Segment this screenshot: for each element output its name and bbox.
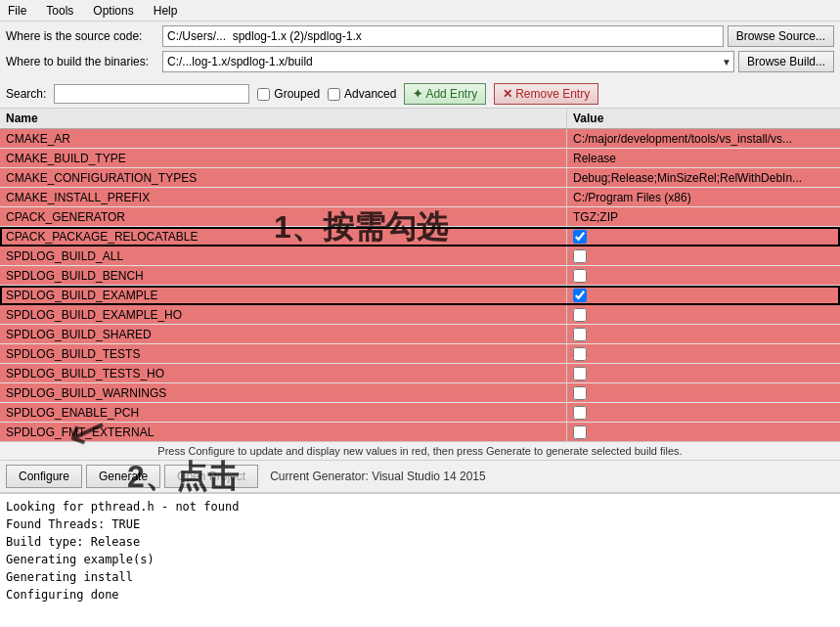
- cell-value-10[interactable]: [567, 325, 840, 343]
- log-area: Looking for pthread.h - not foundFound T…: [0, 493, 840, 627]
- cell-value-8[interactable]: [567, 286, 840, 304]
- table-row[interactable]: SPDLOG_BUILD_TESTS_HO: [0, 364, 840, 383]
- cell-checkbox-14[interactable]: [573, 406, 587, 420]
- build-row: Where to build the binaries: C:/...log-1…: [6, 51, 834, 72]
- cell-value-4: TGZ;ZIP: [567, 207, 840, 226]
- cell-checkbox-10[interactable]: [573, 328, 587, 341]
- cell-name-3: CMAKE_INSTALL_PREFIX: [0, 188, 567, 206]
- status-text: Press Configure to update and display ne…: [157, 445, 682, 457]
- browse-build-button[interactable]: Browse Build...: [738, 51, 834, 72]
- cell-name-10: SPDLOG_BUILD_SHARED: [0, 325, 567, 343]
- col-value-header: Value: [567, 109, 840, 128]
- menu-options[interactable]: Options: [89, 2, 137, 20]
- grouped-checkbox-group: Grouped: [257, 87, 320, 101]
- table-row[interactable]: SPDLOG_BUILD_SHARED: [0, 325, 840, 344]
- cell-value-11[interactable]: [567, 344, 840, 363]
- cell-value-5[interactable]: [567, 227, 840, 246]
- search-input[interactable]: [54, 84, 249, 104]
- cell-name-2: CMAKE_CONFIGURATION_TYPES: [0, 168, 567, 187]
- table-row[interactable]: SPDLOG_BUILD_TESTS: [0, 344, 840, 364]
- table-row[interactable]: SPDLOG_BUILD_EXAMPLE_HO: [0, 305, 840, 325]
- cell-name-9: SPDLOG_BUILD_EXAMPLE_HO: [0, 305, 567, 324]
- menu-file[interactable]: File: [4, 2, 30, 20]
- cell-value-13[interactable]: [567, 383, 840, 402]
- cell-name-5: CPACK_PACKAGE_RELOCATABLE: [0, 227, 567, 246]
- grouped-checkbox[interactable]: [257, 88, 270, 101]
- table-row[interactable]: CMAKE_INSTALL_PREFIXC:/Program Files (x8…: [0, 188, 840, 207]
- table-wrapper: Name Value CMAKE_ARC:/major/development/…: [0, 109, 840, 441]
- cell-name-11: SPDLOG_BUILD_TESTS: [0, 344, 567, 363]
- log-line-2: Build type: Release: [6, 533, 834, 551]
- table-row[interactable]: CMAKE_CONFIGURATION_TYPESDebug;Release;M…: [0, 168, 840, 188]
- add-entry-button[interactable]: ✦ Add Entry: [404, 83, 486, 105]
- table-header: Name Value: [0, 109, 840, 129]
- cell-checkbox-11[interactable]: [573, 347, 587, 361]
- generate-button[interactable]: Generate: [86, 465, 160, 488]
- cell-checkbox-8[interactable]: [573, 289, 587, 302]
- cell-checkbox-9[interactable]: [573, 308, 587, 322]
- cell-name-13: SPDLOG_BUILD_WARNINGS: [0, 383, 567, 402]
- cell-name-12: SPDLOG_BUILD_TESTS_HO: [0, 364, 567, 382]
- configure-button[interactable]: Configure: [6, 465, 82, 488]
- generator-label: Current Generator: Visual Studio 14 2015: [270, 470, 486, 483]
- table-row[interactable]: SPDLOG_ENABLE_PCH: [0, 403, 840, 423]
- col-name-header: Name: [0, 109, 567, 128]
- menu-help[interactable]: Help: [150, 2, 182, 20]
- log-line-5: Configuring done: [6, 586, 834, 604]
- cell-checkbox-15[interactable]: [573, 425, 587, 439]
- cell-value-9[interactable]: [567, 305, 840, 324]
- table-row[interactable]: SPDLOG_BUILD_EXAMPLE: [0, 286, 840, 305]
- table-row[interactable]: SPDLOG_BUILD_WARNINGS: [0, 383, 840, 403]
- add-entry-label: Add Entry: [425, 87, 477, 101]
- log-line-3: Generating example(s): [6, 551, 834, 568]
- table-row[interactable]: SPDLOG_BUILD_BENCH: [0, 266, 840, 286]
- build-combo-value: C:/...log-1.x/spdlog-1.x/build: [167, 55, 729, 68]
- remove-entry-button[interactable]: ✕ Remove Entry: [494, 83, 598, 105]
- bottom-section: Press Configure to update and display ne…: [0, 441, 840, 627]
- cell-value-1: Release: [567, 149, 840, 167]
- advanced-checkbox[interactable]: [328, 88, 340, 101]
- table-row[interactable]: SPDLOG_FMT_EXTERNAL: [0, 423, 840, 441]
- cell-name-15: SPDLOG_FMT_EXTERNAL: [0, 423, 567, 441]
- cell-value-6[interactable]: [567, 246, 840, 265]
- table-row[interactable]: CMAKE_BUILD_TYPERelease: [0, 149, 840, 168]
- cell-value-15[interactable]: [567, 423, 840, 441]
- build-combo[interactable]: C:/...log-1.x/spdlog-1.x/build ▼: [162, 51, 734, 72]
- source-label: Where is the source code:: [6, 29, 162, 43]
- plus-icon: ✦: [413, 87, 422, 101]
- cell-value-14[interactable]: [567, 403, 840, 422]
- cell-name-0: CMAKE_AR: [0, 129, 567, 148]
- table-row[interactable]: CMAKE_ARC:/major/development/tools/vs_in…: [0, 129, 840, 149]
- buttons-row: Configure Generate Open Project Current …: [0, 460, 840, 493]
- cell-checkbox-13[interactable]: [573, 386, 587, 400]
- cell-name-7: SPDLOG_BUILD_BENCH: [0, 266, 567, 285]
- source-row: Where is the source code: Browse Source.…: [6, 25, 834, 47]
- cell-checkbox-5[interactable]: [573, 230, 587, 244]
- browse-source-button[interactable]: Browse Source...: [728, 25, 834, 47]
- cell-name-8: SPDLOG_BUILD_EXAMPLE: [0, 286, 567, 304]
- advanced-label: Advanced: [344, 87, 396, 101]
- menubar: File Tools Options Help: [0, 0, 840, 22]
- search-bar: Search: Grouped Advanced ✦ Add Entry ✕ R…: [0, 80, 840, 109]
- table-row[interactable]: CPACK_GENERATORTGZ;ZIP: [0, 207, 840, 227]
- table-body: CMAKE_ARC:/major/development/tools/vs_in…: [0, 129, 840, 441]
- main-content: Where is the source code: Browse Source.…: [0, 22, 840, 627]
- open-project-button[interactable]: Open Project: [164, 465, 258, 488]
- table-row[interactable]: SPDLOG_BUILD_ALL: [0, 246, 840, 266]
- cell-value-12[interactable]: [567, 364, 840, 382]
- grouped-label: Grouped: [274, 87, 320, 101]
- search-label: Search:: [6, 87, 46, 101]
- menu-tools[interactable]: Tools: [42, 2, 77, 20]
- build-label: Where to build the binaries:: [6, 55, 162, 68]
- combo-arrow-icon: ▼: [722, 57, 731, 67]
- cell-name-14: SPDLOG_ENABLE_PCH: [0, 403, 567, 422]
- table-scrollable[interactable]: Name Value CMAKE_ARC:/major/development/…: [0, 109, 840, 441]
- cell-checkbox-6[interactable]: [573, 249, 587, 263]
- cell-value-7[interactable]: [567, 266, 840, 285]
- source-input[interactable]: [162, 25, 724, 47]
- cell-checkbox-7[interactable]: [573, 269, 587, 283]
- top-form: Where is the source code: Browse Source.…: [0, 22, 840, 80]
- cell-checkbox-12[interactable]: [573, 367, 587, 381]
- table-row[interactable]: CPACK_PACKAGE_RELOCATABLE: [0, 227, 840, 246]
- cell-name-1: CMAKE_BUILD_TYPE: [0, 149, 567, 167]
